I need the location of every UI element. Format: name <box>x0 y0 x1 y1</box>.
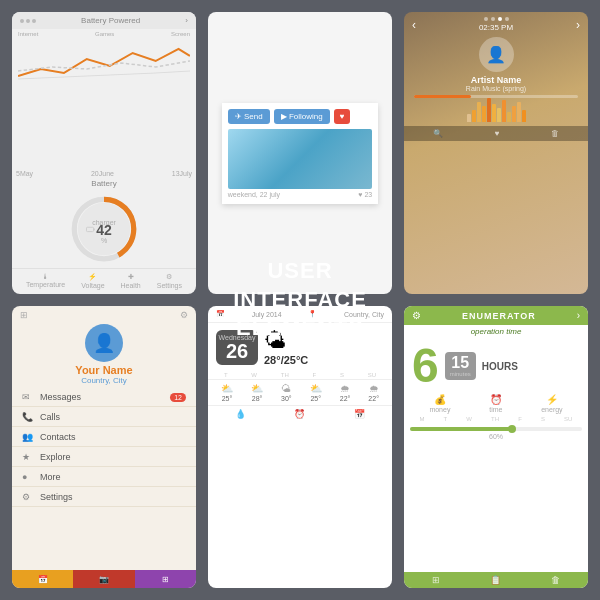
music-bar-7 <box>502 100 506 122</box>
enumerator-panel: ⚙ ENUMERATOR › operation time 6 15 minut… <box>404 306 588 588</box>
weather-month: July 2014 <box>252 311 282 318</box>
svg-text:42: 42 <box>96 222 112 238</box>
enum-slider[interactable]: 60% <box>404 423 588 442</box>
prev-button[interactable]: ‹ <box>412 18 416 32</box>
photo-panel: ✈ Send ▶ Following ♥ weekend, 22 july ♥ … <box>208 12 392 294</box>
menu-item-settings[interactable]: ⚙ Settings <box>12 488 196 507</box>
music-bar-10 <box>517 102 521 122</box>
battery-section-title: Battery <box>12 179 196 188</box>
footer-icon-2[interactable]: 📋 <box>490 575 501 585</box>
enum-minutes-box: 15 minutes <box>445 352 476 380</box>
messages-label: Messages <box>40 392 81 402</box>
menu-item-messages[interactable]: ✉ Messages 12 <box>12 388 196 407</box>
profile-center: 👤 Your Name Country, City <box>12 324 196 388</box>
menu-item-contacts[interactable]: 👥 Contacts <box>12 428 196 447</box>
tab-camera[interactable]: 📷 <box>73 570 134 588</box>
more-label: More <box>40 472 61 482</box>
forecast-f: ⛅ 25° <box>310 383 322 402</box>
svg-rect-7 <box>94 229 95 231</box>
profile-panel: ⊞ ⚙ 👤 Your Name Country, City ✉ Messages… <box>12 306 196 588</box>
weather-main: Wednesday 26 🌤 28°/25°C <box>208 323 392 371</box>
weather-nav: 💧 ⏰ 📅 <box>208 405 392 422</box>
footer-icon-3[interactable]: 🗑 <box>551 575 560 585</box>
forecast-s: 🌧 22° <box>340 383 351 402</box>
menu-item-more[interactable]: ● More <box>12 468 196 487</box>
tab-calendar[interactable]: 📅 <box>12 570 73 588</box>
battery-topbar: Battery Powered › <box>12 12 196 29</box>
enum-big-number: 6 <box>412 342 439 390</box>
weather-nav-icon2[interactable]: ⏰ <box>294 409 305 419</box>
tab-grid[interactable]: ⊞ <box>135 570 196 588</box>
music-bar-0 <box>467 114 471 122</box>
forecast-t: ⛅ 25° <box>221 383 233 402</box>
forecast-icon-f: ⛅ <box>310 383 322 394</box>
chart-date-labels: 5May 20June 13July <box>12 170 196 179</box>
resource-energy: ⚡ energy <box>541 394 562 413</box>
battery-chart <box>12 37 196 170</box>
forecast-su: 🌧 22° <box>368 383 379 402</box>
menu-item-calls[interactable]: 📞 Calls <box>12 408 196 427</box>
enum-footer: ⊞ 📋 🗑 <box>404 572 588 588</box>
music-bar-11 <box>522 110 526 122</box>
resource-icons: 💰 money ⏰ time ⚡ energy <box>404 392 588 415</box>
footer-temperature: 🌡 Temperature <box>26 273 65 289</box>
music-equalizer <box>404 101 588 126</box>
calls-label: Calls <box>40 412 60 422</box>
like-button[interactable]: ♥ <box>334 109 351 124</box>
photo-image <box>228 129 372 189</box>
messages-icon: ✉ <box>22 392 34 402</box>
weather-nav-icon1[interactable]: 💧 <box>235 409 246 419</box>
following-button[interactable]: ▶ Following <box>274 109 330 124</box>
music-bar-8 <box>507 112 511 122</box>
footer-icon-1[interactable]: ⊞ <box>432 575 440 585</box>
music-heart-icon[interactable]: ♥ <box>495 129 500 138</box>
slider-handle[interactable] <box>508 425 516 433</box>
forecast-icon-s: 🌧 <box>340 383 350 394</box>
artist-name: Artist Name <box>404 75 588 85</box>
music-bar-5 <box>492 104 496 122</box>
slider-track <box>410 427 582 431</box>
music-panel: ‹ 02:35 PM › 👤 Artist Name Rain Music (s… <box>404 12 588 294</box>
weather-temp: 28°/25°C <box>264 354 308 366</box>
enum-title: ENUMERATOR <box>462 311 536 321</box>
photo-actions: ✈ Send ▶ Following ♥ <box>228 109 372 124</box>
profile-name: Your Name <box>12 364 196 376</box>
battery-footer: 🌡 Temperature ⚡ Voltage ✚ Health ⚙ Setti… <box>12 268 196 294</box>
weather-date-box: Wednesday 26 <box>216 330 258 365</box>
music-bar-2 <box>477 102 481 122</box>
weather-info: 🌤 28°/25°C <box>264 328 308 366</box>
weather-nav-icon3[interactable]: 📅 <box>354 409 365 419</box>
song-name: Rain Music (spring) <box>404 85 588 92</box>
menu-item-explore[interactable]: ★ Explore <box>12 448 196 467</box>
date-label-july: 13July <box>172 170 192 177</box>
forecast-w: ⛅ 28° <box>251 383 263 402</box>
music-delete-icon[interactable]: 🗑 <box>551 129 559 138</box>
profile-grid-icon: ⊞ <box>20 310 28 320</box>
calls-icon: 📞 <box>22 412 34 422</box>
music-time: 02:35 PM <box>479 23 513 32</box>
enum-subtitle: operation time <box>404 325 588 338</box>
weather-panel: 📅 July 2014 📍 Country, City Wednesday 26… <box>208 306 392 588</box>
battery-title: Battery Powered <box>81 16 140 25</box>
next-button[interactable]: › <box>576 18 580 32</box>
photo-likes: ♥ 23 <box>358 191 372 198</box>
contacts-icon: 👥 <box>22 432 34 442</box>
slider-pct-label: 60% <box>410 433 582 440</box>
enum-header: ⚙ ENUMERATOR › <box>404 306 588 325</box>
messages-badge: 12 <box>170 393 186 402</box>
profile-settings-icon[interactable]: ⚙ <box>180 310 188 320</box>
forecast-th: 🌤 30° <box>281 383 292 402</box>
battery-panel: Battery Powered › Internet Games Screen <box>12 12 196 294</box>
explore-label: Explore <box>40 452 71 462</box>
enum-hours-label: HOURS <box>482 361 518 372</box>
enum-minutes-num: 15 <box>450 355 471 371</box>
send-button[interactable]: ✈ Send <box>228 109 270 124</box>
weather-day-num: 26 <box>218 341 256 361</box>
battery-chevron: › <box>185 16 188 25</box>
footer-settings: ⚙ Settings <box>157 273 182 289</box>
music-nav: 🔍 ♥ 🗑 <box>404 126 588 141</box>
music-search-icon[interactable]: 🔍 <box>433 129 443 138</box>
enum-settings-icon[interactable]: ⚙ <box>412 310 421 321</box>
photo-date: weekend, 22 july <box>228 191 280 198</box>
profile-menu: ✉ Messages 12 📞 Calls 👥 Contacts ★ Explo… <box>12 388 196 570</box>
